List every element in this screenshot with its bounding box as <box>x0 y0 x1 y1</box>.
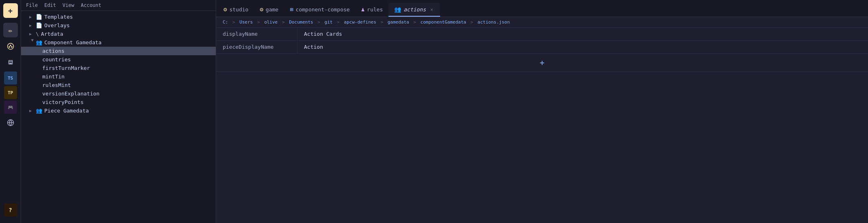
svg-point-3 <box>11 46 12 47</box>
table-value-1[interactable]: Action <box>297 41 868 53</box>
tab-rules-label: rules <box>367 6 383 13</box>
tab-actions-label: actions <box>404 6 426 13</box>
tab-component-compose-label: component-compose <box>296 6 350 13</box>
palette-button[interactable] <box>3 39 18 54</box>
tree-label-templates: Templates <box>44 14 73 20</box>
menu-account[interactable]: Account <box>81 2 102 8</box>
main-content: ⚙ studio ⚙ game ⊞ component-compose ♟ ru… <box>216 0 868 223</box>
tab-bar: ⚙ studio ⚙ game ⊞ component-compose ♟ ru… <box>216 0 868 17</box>
tree-item-rules-mint[interactable]: rulesMint <box>21 81 216 89</box>
actions-icon: 👥 <box>394 6 401 13</box>
sep6: > <box>380 19 386 25</box>
tp-button[interactable]: TP <box>4 86 17 99</box>
svg-point-2 <box>10 45 11 46</box>
artdata-icon: \ <box>36 31 39 37</box>
globe-button[interactable] <box>3 115 18 130</box>
tab-component-compose[interactable]: ⊞ component-compose <box>284 3 356 17</box>
table-row-1[interactable]: pieceDisplayName Action <box>216 41 868 54</box>
tab-rules[interactable]: ♟ rules <box>356 3 389 17</box>
rules-icon: ♟ <box>361 6 365 13</box>
tree-item-piece-gamedata[interactable]: ▶ 👥 Piece Gamedata <box>21 106 216 115</box>
tree-label-artdata: Artdata <box>41 31 63 37</box>
arrow-icon: ▶ <box>29 15 36 19</box>
add-row-button[interactable]: + <box>216 54 868 72</box>
tree-label-component-gamedata: Component Gamedata <box>44 39 102 45</box>
tab-studio[interactable]: ⚙ studio <box>218 3 254 17</box>
menu-file[interactable]: File <box>26 2 38 8</box>
component-compose-icon: ⊞ <box>290 6 293 13</box>
svg-rect-5 <box>9 63 12 64</box>
templates-icon: 📄 <box>36 14 42 20</box>
tree-label-first-turn-marker: firstTurnMarker <box>42 65 90 71</box>
breadcrumb-component-gamedata[interactable]: componentGamedata <box>421 19 467 25</box>
sep5: > <box>337 19 342 25</box>
sep3: > <box>282 19 287 25</box>
add-row-icon: + <box>540 58 545 67</box>
sep8: > <box>471 19 476 25</box>
tree-item-component-gamedata[interactable]: ▶ 👥 Component Gamedata <box>21 38 216 47</box>
tree-label-victory-points: victoryPoints <box>42 99 84 105</box>
breadcrumb-c[interactable]: C: <box>223 19 228 25</box>
arrow-icon: ▶ <box>29 32 36 36</box>
tab-actions[interactable]: 👥 actions ✕ <box>388 3 440 17</box>
breadcrumb-olive[interactable]: olive <box>264 19 278 25</box>
arrow-icon: ▶ <box>29 108 36 113</box>
menu-view[interactable]: View <box>63 2 74 8</box>
sep4: > <box>317 19 323 25</box>
help-button[interactable]: ? <box>4 204 17 217</box>
breadcrumb-apcw-defines[interactable]: apcw-defines <box>344 19 376 25</box>
add-button[interactable]: + <box>3 3 18 18</box>
tree-item-artdata[interactable]: ▶ \ Artdata <box>21 30 216 38</box>
tree-item-victory-points[interactable]: victoryPoints <box>21 98 216 106</box>
breadcrumb-gamedata[interactable]: gamedata <box>388 19 409 25</box>
tree-label-mint-tin: mintTin <box>42 74 65 80</box>
tree-label-countries: countries <box>42 56 71 63</box>
tree-label-version-explanation: versionExplanation <box>42 91 100 97</box>
studio-icon: ⚙ <box>224 6 227 13</box>
tree-container: ▶ 📄 Templates ▶ 📄 Overlays ▶ \ Artdata ▶… <box>21 11 216 223</box>
tree-label-rules-mint: rulesMint <box>42 82 71 88</box>
tree-item-version-explanation[interactable]: versionExplanation <box>21 89 216 98</box>
sidebar: File Edit View Account ▶ 📄 Templates ▶ 📄… <box>21 0 216 223</box>
typescript-button[interactable]: TS <box>4 71 17 84</box>
breadcrumb-actions-json[interactable]: actions.json <box>477 19 510 25</box>
breadcrumb-documents[interactable]: Documents <box>289 19 313 25</box>
arrow-expanded-icon: ▶ <box>30 39 35 46</box>
print-button[interactable] <box>3 55 18 70</box>
data-table: displayName Action Cards pieceDisplayNam… <box>216 28 868 223</box>
breadcrumb-users[interactable]: Users <box>239 19 253 25</box>
tree-item-first-turn-marker[interactable]: firstTurnMarker <box>21 64 216 72</box>
pen-button[interactable]: ✏ <box>3 23 18 37</box>
tree-label-overlays: Overlays <box>44 22 70 28</box>
menu-edit[interactable]: Edit <box>44 2 56 8</box>
overlays-icon: 📄 <box>36 22 42 28</box>
tree-item-overlays[interactable]: ▶ 📄 Overlays <box>21 21 216 30</box>
close-actions-tab[interactable]: ✕ <box>429 6 434 13</box>
tree-item-actions[interactable]: actions <box>21 47 216 55</box>
breadcrumb: C: > Users > olive > Documents > git > a… <box>216 17 868 28</box>
piece-gamedata-icon: 👥 <box>36 108 42 114</box>
sep2: > <box>257 19 263 25</box>
component-gamedata-icon: 👥 <box>36 39 42 45</box>
svg-point-0 <box>7 43 13 50</box>
sidebar-menu: File Edit View Account <box>21 0 216 11</box>
tree-item-templates[interactable]: ▶ 📄 Templates <box>21 13 216 21</box>
sep1: > <box>232 19 238 25</box>
tab-game-label: game <box>266 6 278 13</box>
arrow-icon: ▶ <box>29 23 36 28</box>
game-button[interactable]: 🎮 <box>4 101 17 114</box>
tree-label-actions: actions <box>42 48 65 54</box>
table-key-1: pieceDisplayName <box>216 41 297 53</box>
breadcrumb-git[interactable]: git <box>325 19 333 25</box>
table-value-0[interactable]: Action Cards <box>297 28 868 40</box>
game-tab-icon: ⚙ <box>260 6 263 13</box>
tree-label-piece-gamedata: Piece Gamedata <box>44 108 89 114</box>
tree-item-mint-tin[interactable]: mintTin <box>21 72 216 81</box>
table-row-0[interactable]: displayName Action Cards <box>216 28 868 41</box>
icon-bar: + ✏ TS TP 🎮 ? <box>0 0 21 223</box>
tree-item-countries[interactable]: countries <box>21 55 216 64</box>
sep7: > <box>413 19 419 25</box>
tab-game[interactable]: ⚙ game <box>254 3 284 17</box>
svg-point-1 <box>9 46 9 47</box>
tab-studio-label: studio <box>229 6 248 13</box>
